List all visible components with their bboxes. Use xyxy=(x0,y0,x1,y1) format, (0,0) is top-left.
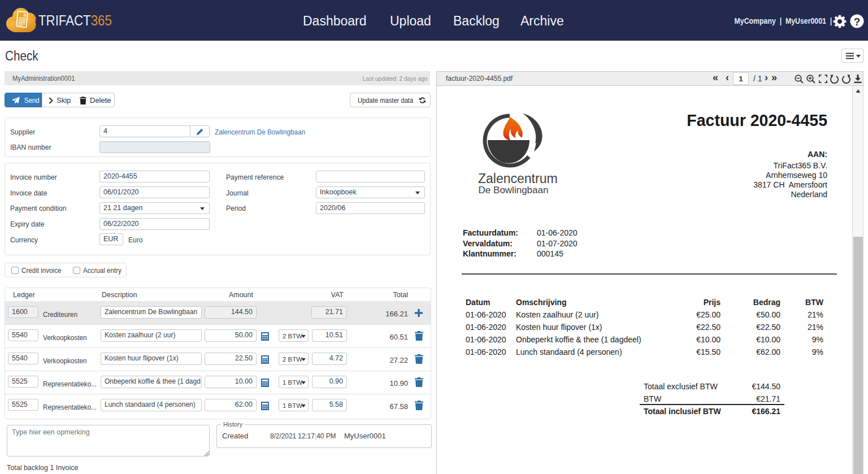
svg-text:?: ? xyxy=(854,16,861,28)
